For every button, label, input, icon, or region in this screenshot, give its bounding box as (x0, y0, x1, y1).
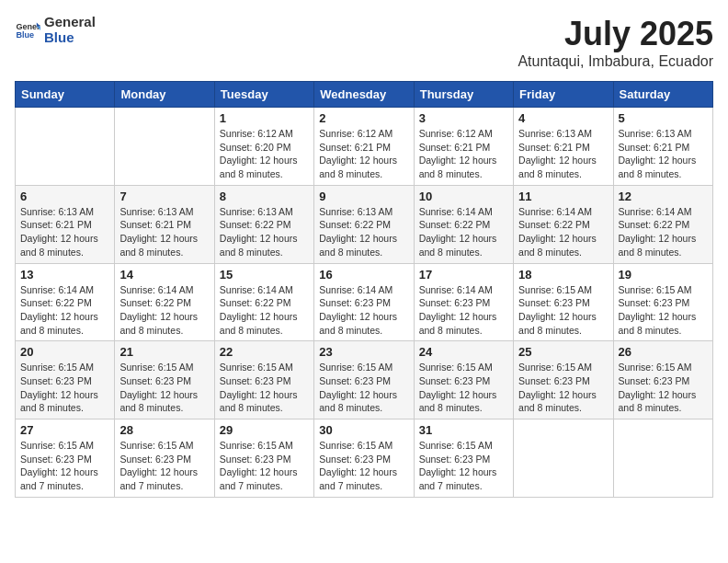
calendar-cell: 11Sunrise: 6:14 AM Sunset: 6:22 PM Dayli… (514, 185, 613, 263)
day-number: 25 (518, 345, 608, 359)
day-number: 29 (220, 423, 309, 437)
day-info: Sunrise: 6:14 AM Sunset: 6:22 PM Dayligh… (119, 283, 209, 338)
calendar-cell: 27Sunrise: 6:15 AM Sunset: 6:23 PM Dayli… (16, 419, 115, 498)
day-info: Sunrise: 6:15 AM Sunset: 6:23 PM Dayligh… (619, 361, 708, 415)
calendar-week-row: 13Sunrise: 6:14 AM Sunset: 6:22 PM Dayli… (16, 263, 713, 341)
day-info: Sunrise: 6:15 AM Sunset: 6:23 PM Dayligh… (319, 439, 408, 493)
svg-text:Blue: Blue (16, 30, 34, 40)
day-of-week-header: Thursday (414, 82, 513, 108)
day-number: 17 (419, 268, 508, 282)
day-number: 22 (220, 345, 309, 359)
day-info: Sunrise: 6:15 AM Sunset: 6:23 PM Dayligh… (319, 361, 408, 415)
calendar-week-row: 1Sunrise: 6:12 AM Sunset: 6:20 PM Daylig… (16, 108, 713, 186)
day-number: 28 (119, 423, 209, 437)
day-number: 23 (319, 345, 408, 359)
calendar-cell: 20Sunrise: 6:15 AM Sunset: 6:23 PM Dayli… (16, 341, 115, 419)
calendar-cell: 18Sunrise: 6:15 AM Sunset: 6:23 PM Dayli… (514, 263, 613, 341)
calendar-cell: 24Sunrise: 6:15 AM Sunset: 6:23 PM Dayli… (414, 341, 513, 419)
day-info: Sunrise: 6:15 AM Sunset: 6:23 PM Dayligh… (518, 361, 608, 415)
calendar-cell: 10Sunrise: 6:14 AM Sunset: 6:22 PM Dayli… (414, 185, 513, 263)
calendar-week-row: 6Sunrise: 6:13 AM Sunset: 6:21 PM Daylig… (16, 185, 713, 263)
calendar-cell: 26Sunrise: 6:15 AM Sunset: 6:23 PM Dayli… (613, 341, 712, 419)
day-number: 5 (619, 111, 708, 125)
day-info: Sunrise: 6:15 AM Sunset: 6:23 PM Dayligh… (518, 283, 608, 338)
calendar-cell (16, 108, 115, 186)
day-info: Sunrise: 6:13 AM Sunset: 6:21 PM Dayligh… (619, 127, 708, 181)
calendar-cell: 19Sunrise: 6:15 AM Sunset: 6:23 PM Dayli… (613, 263, 712, 341)
day-of-week-header: Friday (514, 82, 613, 108)
day-info: Sunrise: 6:15 AM Sunset: 6:23 PM Dayligh… (419, 361, 508, 415)
day-number: 13 (20, 268, 109, 282)
logo-blue: Blue (44, 30, 96, 46)
day-info: Sunrise: 6:15 AM Sunset: 6:23 PM Dayligh… (619, 283, 708, 338)
day-info: Sunrise: 6:14 AM Sunset: 6:23 PM Dayligh… (319, 283, 408, 338)
day-info: Sunrise: 6:13 AM Sunset: 6:21 PM Dayligh… (20, 205, 109, 259)
calendar-cell: 3Sunrise: 6:12 AM Sunset: 6:21 PM Daylig… (414, 108, 513, 186)
calendar-cell: 4Sunrise: 6:13 AM Sunset: 6:21 PM Daylig… (514, 108, 613, 186)
day-info: Sunrise: 6:15 AM Sunset: 6:23 PM Dayligh… (119, 439, 209, 493)
subtitle: Atuntaqui, Imbabura, Ecuador (518, 53, 713, 70)
calendar-cell (115, 108, 214, 186)
day-number: 19 (619, 268, 708, 282)
calendar-table: SundayMondayTuesdayWednesdayThursdayFrid… (15, 81, 713, 498)
day-number: 6 (20, 190, 109, 203)
calendar-cell: 5Sunrise: 6:13 AM Sunset: 6:21 PM Daylig… (613, 108, 712, 186)
day-number: 16 (319, 268, 408, 282)
day-of-week-header: Saturday (613, 82, 712, 108)
day-number: 10 (419, 190, 508, 203)
day-info: Sunrise: 6:15 AM Sunset: 6:23 PM Dayligh… (20, 361, 109, 415)
day-info: Sunrise: 6:13 AM Sunset: 6:22 PM Dayligh… (319, 205, 408, 259)
logo: General Blue General Blue (15, 15, 96, 45)
days-of-week-row: SundayMondayTuesdayWednesdayThursdayFrid… (16, 82, 713, 108)
day-number: 18 (518, 268, 608, 282)
calendar-cell: 28Sunrise: 6:15 AM Sunset: 6:23 PM Dayli… (115, 419, 214, 498)
day-number: 12 (619, 190, 708, 203)
day-number: 24 (419, 345, 508, 359)
calendar-cell (514, 419, 613, 498)
calendar-cell: 7Sunrise: 6:13 AM Sunset: 6:21 PM Daylig… (115, 185, 214, 263)
day-number: 31 (419, 423, 508, 437)
day-info: Sunrise: 6:13 AM Sunset: 6:21 PM Dayligh… (518, 127, 608, 181)
main-title: July 2025 (518, 15, 713, 53)
day-info: Sunrise: 6:15 AM Sunset: 6:23 PM Dayligh… (20, 439, 109, 493)
day-info: Sunrise: 6:14 AM Sunset: 6:22 PM Dayligh… (619, 205, 708, 259)
calendar-cell: 23Sunrise: 6:15 AM Sunset: 6:23 PM Dayli… (314, 341, 414, 419)
day-info: Sunrise: 6:14 AM Sunset: 6:22 PM Dayligh… (20, 283, 109, 338)
calendar-cell: 22Sunrise: 6:15 AM Sunset: 6:23 PM Dayli… (214, 341, 313, 419)
day-info: Sunrise: 6:14 AM Sunset: 6:22 PM Dayligh… (419, 205, 508, 259)
day-info: Sunrise: 6:12 AM Sunset: 6:21 PM Dayligh… (319, 127, 408, 181)
calendar-cell: 31Sunrise: 6:15 AM Sunset: 6:23 PM Dayli… (414, 419, 513, 498)
calendar-cell: 14Sunrise: 6:14 AM Sunset: 6:22 PM Dayli… (115, 263, 214, 341)
day-info: Sunrise: 6:15 AM Sunset: 6:23 PM Dayligh… (220, 439, 309, 493)
title-area: July 2025 Atuntaqui, Imbabura, Ecuador (518, 15, 713, 70)
day-number: 15 (220, 268, 309, 282)
calendar-cell (613, 419, 712, 498)
calendar-week-row: 20Sunrise: 6:15 AM Sunset: 6:23 PM Dayli… (16, 341, 713, 419)
day-number: 30 (319, 423, 408, 437)
day-number: 27 (20, 423, 109, 437)
day-number: 4 (518, 111, 608, 125)
day-number: 20 (20, 345, 109, 359)
day-number: 8 (220, 190, 309, 203)
calendar-cell: 30Sunrise: 6:15 AM Sunset: 6:23 PM Dayli… (314, 419, 414, 498)
calendar-cell: 13Sunrise: 6:14 AM Sunset: 6:22 PM Dayli… (16, 263, 115, 341)
header: General Blue General Blue July 2025 Atun… (15, 15, 713, 70)
day-number: 1 (220, 111, 309, 125)
calendar-cell: 1Sunrise: 6:12 AM Sunset: 6:20 PM Daylig… (214, 108, 313, 186)
day-number: 9 (319, 190, 408, 203)
calendar-cell: 8Sunrise: 6:13 AM Sunset: 6:22 PM Daylig… (214, 185, 313, 263)
day-info: Sunrise: 6:14 AM Sunset: 6:22 PM Dayligh… (220, 283, 309, 338)
day-of-week-header: Wednesday (314, 82, 414, 108)
calendar-body: 1Sunrise: 6:12 AM Sunset: 6:20 PM Daylig… (16, 108, 713, 498)
calendar-cell: 17Sunrise: 6:14 AM Sunset: 6:23 PM Dayli… (414, 263, 513, 341)
logo-general: General (44, 15, 96, 30)
day-number: 14 (119, 268, 209, 282)
day-info: Sunrise: 6:15 AM Sunset: 6:23 PM Dayligh… (220, 361, 309, 415)
day-info: Sunrise: 6:13 AM Sunset: 6:22 PM Dayligh… (220, 205, 309, 259)
calendar-cell: 15Sunrise: 6:14 AM Sunset: 6:22 PM Dayli… (214, 263, 313, 341)
day-number: 3 (419, 111, 508, 125)
calendar-cell: 29Sunrise: 6:15 AM Sunset: 6:23 PM Dayli… (214, 419, 313, 498)
calendar-cell: 2Sunrise: 6:12 AM Sunset: 6:21 PM Daylig… (314, 108, 414, 186)
logo-icon: General Blue (15, 17, 40, 43)
calendar-cell: 12Sunrise: 6:14 AM Sunset: 6:22 PM Dayli… (613, 185, 712, 263)
